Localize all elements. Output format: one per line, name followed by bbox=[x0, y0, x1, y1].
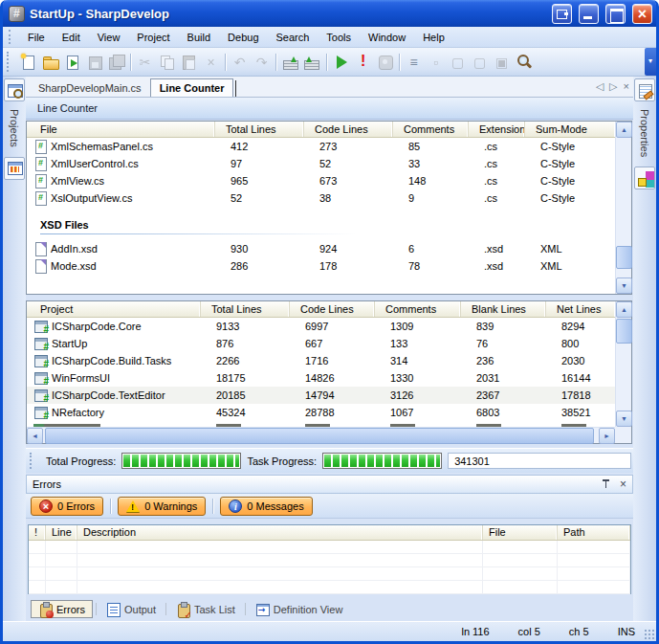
table-row[interactable]: ICSharpCode.Build.Tasks22661716314236203… bbox=[27, 352, 615, 369]
0-warnings-button[interactable]: 0 Warnings bbox=[118, 497, 206, 516]
table-row[interactable]: NRefactory45324287881067680338521 bbox=[27, 404, 615, 421]
toggle-bookmark-icon[interactable]: ▫ bbox=[425, 51, 447, 73]
search-icon[interactable] bbox=[513, 51, 535, 73]
file-table-column-header-comments[interactable]: Comments bbox=[393, 122, 469, 137]
file-table-column-header-file[interactable]: File bbox=[27, 122, 215, 137]
scroll-down-icon[interactable]: ▼ bbox=[616, 278, 632, 294]
build-icon[interactable] bbox=[279, 51, 301, 73]
tab-line-counter[interactable]: Line Counter bbox=[150, 78, 234, 97]
menu-item-help[interactable]: Help bbox=[414, 29, 453, 46]
file-table-column-header-code-lines[interactable]: Code Lines bbox=[304, 122, 393, 137]
dock-tab-tools-pane-icon[interactable] bbox=[4, 157, 25, 180]
project-table-column-header-code-lines[interactable]: Code Lines bbox=[290, 301, 375, 317]
table-row[interactable]: Mode.xsd28617878.xsdXML bbox=[27, 257, 615, 275]
table-row[interactable]: ICSharpCode.TextEditor201851479431262367… bbox=[27, 387, 615, 404]
new-file-icon[interactable] bbox=[17, 51, 39, 73]
menu-item-search[interactable]: Search bbox=[268, 29, 319, 46]
scroll-up-icon[interactable]: ▲ bbox=[616, 301, 632, 318]
progress-grip[interactable] bbox=[30, 453, 34, 470]
delete-icon[interactable]: × bbox=[200, 51, 222, 73]
menu-item-edit[interactable]: Edit bbox=[54, 29, 89, 46]
open-solution-icon[interactable] bbox=[61, 51, 83, 73]
dock-tab-projects[interactable] bbox=[4, 78, 25, 101]
scroll-up-icon[interactable]: ▲ bbox=[616, 122, 632, 138]
menu-item-file[interactable]: File bbox=[19, 29, 54, 46]
bookmark-list-icon[interactable]: ≡ bbox=[403, 51, 425, 73]
file-table-column-header-sum-mode[interactable]: Sum-Mode bbox=[525, 122, 616, 137]
rebuild-icon[interactable] bbox=[301, 51, 323, 73]
project-table-column-header-comments[interactable]: Comments bbox=[375, 301, 461, 317]
pin-icon[interactable] bbox=[602, 478, 610, 490]
dock-tab-properties[interactable] bbox=[634, 78, 655, 101]
paste-icon[interactable] bbox=[178, 51, 200, 73]
project-table-column-header-total-lines[interactable]: Total Lines bbox=[201, 301, 290, 317]
open-file-icon[interactable] bbox=[39, 51, 61, 73]
menu-item-build[interactable]: Build bbox=[179, 29, 219, 46]
toolbar-grip[interactable] bbox=[7, 52, 11, 71]
prev-bookmark-icon[interactable]: ▢ bbox=[447, 51, 469, 73]
menu-item-tools[interactable]: Tools bbox=[318, 29, 360, 46]
run-icon[interactable] bbox=[330, 51, 352, 73]
menu-item-window[interactable]: Window bbox=[360, 29, 414, 46]
tab-task-list[interactable]: ✓Task List bbox=[169, 600, 242, 618]
scroll-left-icon[interactable]: ◄ bbox=[27, 428, 43, 444]
errors-column-header-file[interactable]: File bbox=[483, 525, 558, 540]
table-row[interactable]: XslOutputView.cs52389.csC-Style bbox=[27, 189, 615, 207]
table-row[interactable]: XmlView.cs965673148.csC-Style bbox=[27, 172, 615, 189]
table-row[interactable]: ICSharpCode.Core9133699713098398294 bbox=[27, 318, 615, 335]
0-messages-button[interactable]: 0 Messages bbox=[220, 497, 312, 516]
maximize-button[interactable] bbox=[605, 4, 626, 24]
project-table-hscrollbar[interactable]: ◄ ► bbox=[27, 427, 615, 443]
hscroll-thumb[interactable] bbox=[45, 428, 594, 444]
errors-column-header-description[interactable]: Description bbox=[77, 525, 483, 540]
clear-bookmarks-icon[interactable]: ▣ bbox=[491, 51, 513, 73]
tab-definition-view[interactable]: Definition View bbox=[249, 600, 350, 618]
table-row[interactable]: AddIn.xsd9309246.xsdXML bbox=[27, 240, 615, 257]
cut-icon[interactable]: ✂ bbox=[134, 51, 156, 73]
tab-output[interactable]: Output bbox=[99, 600, 163, 618]
stop-icon[interactable] bbox=[374, 51, 396, 73]
resize-grip[interactable] bbox=[645, 630, 654, 639]
menu-item-debug[interactable]: Debug bbox=[219, 29, 267, 46]
save-all-icon[interactable] bbox=[105, 51, 127, 73]
0-errors-button[interactable]: 0 Errors bbox=[31, 497, 103, 516]
next-bookmark-icon[interactable]: ▢ bbox=[469, 51, 491, 73]
scroll-down-icon[interactable]: ▼ bbox=[616, 411, 632, 427]
tab-errors[interactable]: Errors bbox=[31, 600, 93, 618]
toolbar-overflow-button[interactable]: ▾ bbox=[645, 48, 656, 76]
redo-icon[interactable]: ↷ bbox=[251, 51, 273, 73]
abort-build-icon[interactable] bbox=[352, 51, 374, 73]
menu-grip[interactable] bbox=[9, 30, 13, 44]
errors-close-icon[interactable]: × bbox=[620, 478, 626, 490]
table-row[interactable]: StartUp87666713376800 bbox=[27, 335, 615, 352]
table-row[interactable]: WinFormsUI18175148261330203116144 bbox=[27, 369, 615, 387]
project-table-column-header-net-lines[interactable]: Net Lines bbox=[546, 301, 616, 317]
next-tab-icon[interactable]: ▷ bbox=[609, 80, 617, 93]
copy-icon[interactable] bbox=[156, 51, 178, 73]
project-table-column-header-project[interactable]: Project bbox=[27, 301, 201, 317]
project-table-scrollbar[interactable]: ▲ ▼ bbox=[615, 301, 631, 427]
scroll-thumb[interactable] bbox=[616, 246, 632, 269]
errors-column-header-path[interactable]: Path bbox=[558, 525, 630, 540]
table-row[interactable]: XmlUserControl.cs975233.csC-Style bbox=[27, 155, 615, 172]
errors-column-header-line[interactable]: Line bbox=[46, 525, 77, 540]
scroll-right-icon[interactable]: ► bbox=[599, 428, 615, 444]
close-tab-icon[interactable]: × bbox=[624, 80, 629, 93]
minimize-button[interactable] bbox=[579, 4, 599, 24]
menu-item-project[interactable]: Project bbox=[128, 29, 178, 46]
tab-sharpdevelopmain-cs[interactable]: SharpDevelopMain.cs bbox=[30, 78, 150, 97]
project-table-column-header-blank-lines[interactable]: Blank Lines bbox=[461, 301, 546, 317]
file-table-column-header-total-lines[interactable]: Total Lines bbox=[215, 122, 304, 137]
close-button[interactable] bbox=[632, 4, 652, 24]
file-table-column-header-extension[interactable]: Extension bbox=[469, 122, 525, 137]
scroll-thumb[interactable] bbox=[616, 319, 632, 344]
dock-tab-toolbox-cubes-icon[interactable] bbox=[634, 167, 655, 189]
errors-column-header-severity[interactable]: ! bbox=[29, 525, 46, 540]
file-table-scrollbar[interactable]: ▲ ▼ bbox=[615, 122, 631, 294]
table-row[interactable]: XmlSchemasPanel.cs41227385.csC-Style bbox=[27, 138, 615, 155]
prev-tab-icon[interactable]: ◁ bbox=[596, 80, 604, 93]
menu-item-view[interactable]: View bbox=[89, 29, 129, 46]
save-icon[interactable] bbox=[83, 51, 105, 73]
undo-icon[interactable]: ↶ bbox=[229, 51, 251, 73]
float-window-button[interactable] bbox=[552, 4, 572, 24]
